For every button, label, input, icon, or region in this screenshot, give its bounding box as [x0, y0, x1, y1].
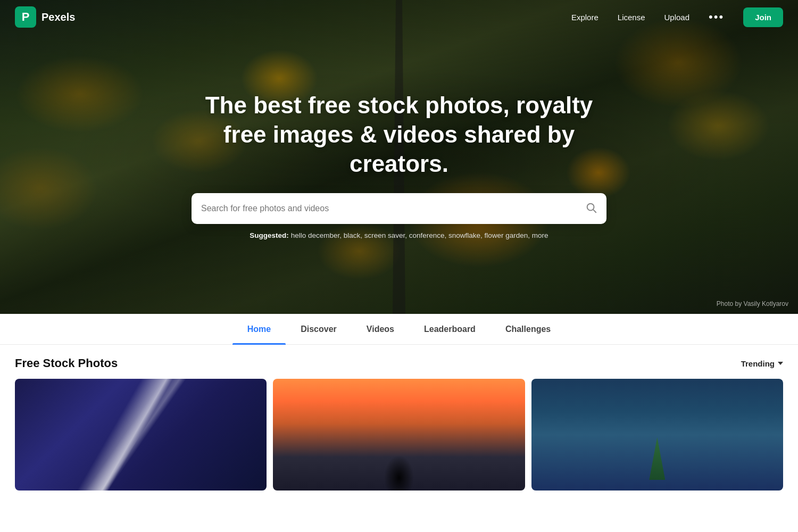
chevron-down-icon [778, 362, 783, 365]
svg-line-1 [593, 210, 596, 212]
suggestions-label: Suggested: [250, 231, 289, 239]
brand-logo: P [15, 6, 36, 28]
hero-content: The best free stock photos, royalty free… [0, 0, 798, 314]
photo-card-2[interactable] [273, 379, 525, 491]
search-suggestions: Suggested: hello december, black, screen… [250, 231, 548, 239]
brand-link[interactable]: P Pexels [15, 6, 75, 28]
tabs-bar: Home Discover Videos Leaderboard Challen… [0, 314, 798, 345]
hero-section: The best free stock photos, royalty free… [0, 0, 798, 314]
photo-credit: Photo by Vasily Kotlyarov [717, 300, 788, 307]
brand-name: Pexels [41, 11, 75, 23]
tab-videos[interactable]: Videos [352, 314, 409, 345]
search-bar [192, 193, 606, 224]
suggestions-text: hello december, black, screen saver, con… [291, 231, 548, 239]
section-title: Free Stock Photos [15, 356, 118, 370]
nav-links: Explore License Upload ••• Join [571, 7, 783, 27]
search-input[interactable] [201, 204, 585, 213]
tab-leaderboard[interactable]: Leaderboard [409, 314, 491, 345]
photo-grid [0, 379, 798, 491]
trending-dropdown[interactable]: Trending [741, 359, 783, 368]
license-link[interactable]: License [618, 13, 645, 22]
photo-card-1[interactable] [15, 379, 267, 491]
search-icon[interactable] [585, 202, 597, 216]
hero-title: The best free stock photos, royalty free… [197, 90, 601, 178]
photo-card-3[interactable] [531, 379, 783, 491]
upload-link[interactable]: Upload [664, 13, 690, 22]
section-header: Free Stock Photos Trending [0, 345, 798, 379]
logo-letter: P [22, 10, 30, 24]
explore-link[interactable]: Explore [571, 13, 598, 22]
tab-challenges[interactable]: Challenges [491, 314, 566, 345]
trending-label: Trending [741, 359, 775, 368]
tab-home[interactable]: Home [232, 314, 286, 345]
join-button[interactable]: Join [743, 7, 783, 27]
tab-discover[interactable]: Discover [286, 314, 352, 345]
more-options-button[interactable]: ••• [709, 10, 724, 24]
navbar: P Pexels Explore License Upload ••• Join [0, 0, 798, 34]
